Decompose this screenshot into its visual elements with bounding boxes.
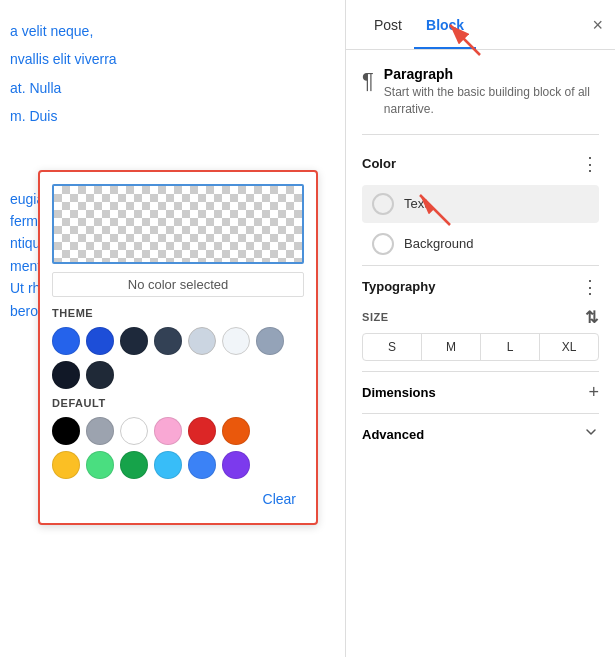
typography-title: Typography — [362, 279, 435, 294]
typography-more-icon[interactable]: ⋮ — [581, 276, 599, 298]
swatch-pink-light[interactable] — [154, 417, 182, 445]
swatch-green-light[interactable] — [86, 451, 114, 479]
sidebar-content: ¶ Paragraph Start with the basic buildin… — [346, 50, 615, 657]
background-color-label: Background — [404, 236, 473, 251]
color-section-title: Color — [362, 156, 396, 171]
clear-btn-row: Clear — [52, 487, 304, 511]
swatch-blue-light[interactable] — [52, 327, 80, 355]
dimensions-expand-icon[interactable]: + — [588, 382, 599, 403]
dimensions-title: Dimensions — [362, 385, 436, 400]
swatch-sky-blue[interactable] — [154, 451, 182, 479]
size-buttons: S M L XL — [362, 333, 599, 361]
no-color-label: No color selected — [52, 272, 304, 297]
swatch-very-light-gray[interactable] — [222, 327, 250, 355]
editor-text: a velit neque, nvallis elit viverra at. … — [10, 20, 325, 128]
size-label-text: SIZE — [362, 311, 389, 323]
block-info: ¶ Paragraph Start with the basic buildin… — [362, 66, 599, 118]
color-preview-box — [52, 184, 304, 264]
swatch-white[interactable] — [120, 417, 148, 445]
swatch-light-silver[interactable] — [188, 327, 216, 355]
swatch-dark-navy[interactable] — [120, 327, 148, 355]
advanced-row[interactable]: Advanced — [362, 413, 599, 455]
clear-button[interactable]: Clear — [255, 487, 304, 511]
default-label: DEFAULT — [52, 397, 304, 409]
color-more-icon[interactable]: ⋮ — [581, 153, 599, 175]
dimensions-row[interactable]: Dimensions + — [362, 371, 599, 413]
advanced-title: Advanced — [362, 427, 424, 442]
swatch-blue[interactable] — [188, 451, 216, 479]
typography-section: Typography ⋮ SIZE ⇅ S M L XL — [362, 265, 599, 361]
sidebar: Post Block × ¶ Paragraph Start with the … — [345, 0, 615, 657]
block-description: Start with the basic building block of a… — [384, 84, 599, 118]
close-button[interactable]: × — [592, 14, 603, 35]
size-label-row: SIZE ⇅ — [362, 308, 599, 327]
advanced-expand-icon — [583, 424, 599, 445]
tab-post[interactable]: Post — [362, 0, 414, 49]
background-color-circle — [372, 233, 394, 255]
theme-label: THEME — [52, 307, 304, 319]
divider-1 — [362, 134, 599, 135]
size-btn-xl[interactable]: XL — [540, 334, 598, 360]
typography-section-header: Typography ⋮ — [362, 265, 599, 308]
size-controls-icon[interactable]: ⇅ — [585, 308, 599, 327]
size-btn-l[interactable]: L — [481, 334, 540, 360]
default-swatches-row2 — [52, 451, 304, 479]
swatch-gray[interactable] — [86, 417, 114, 445]
block-title: Paragraph — [384, 66, 599, 82]
swatch-orange[interactable] — [222, 417, 250, 445]
arrow-tab-annotation — [410, 5, 490, 65]
arrow-color-annotation — [390, 175, 470, 235]
swatch-green[interactable] — [120, 451, 148, 479]
swatch-yellow[interactable] — [52, 451, 80, 479]
swatch-near-black[interactable] — [52, 361, 80, 389]
paragraph-icon: ¶ — [362, 68, 374, 94]
theme-swatches — [52, 327, 304, 389]
size-btn-m[interactable]: M — [422, 334, 481, 360]
size-btn-s[interactable]: S — [363, 334, 422, 360]
swatch-dark-slate[interactable] — [154, 327, 182, 355]
swatch-dark-gray[interactable] — [86, 361, 114, 389]
swatch-black[interactable] — [52, 417, 80, 445]
swatch-red[interactable] — [188, 417, 216, 445]
swatch-purple[interactable] — [222, 451, 250, 479]
swatch-blue-medium[interactable] — [86, 327, 114, 355]
default-swatches-row1 — [52, 417, 304, 445]
swatch-medium-gray[interactable] — [256, 327, 284, 355]
color-picker-popup: No color selected THEME DEFAULT Clear — [38, 170, 318, 525]
